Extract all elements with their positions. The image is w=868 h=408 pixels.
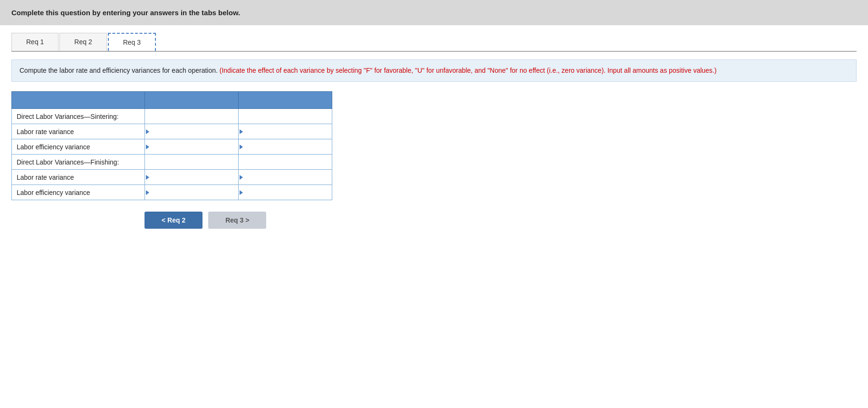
main-content: Req 1 Req 2 Req 3 Compute the labor rate…	[0, 25, 868, 236]
prev-button-label: < Req 2	[162, 216, 185, 224]
table-row: Direct Labor Variances—Finishing:	[12, 155, 332, 170]
top-banner: Complete this question by entering your …	[0, 0, 868, 25]
next-button-label: Req 3 >	[225, 216, 249, 224]
tabs-container: Req 1 Req 2 Req 3	[11, 33, 857, 52]
finishing-section-label: Direct Labor Variances—Finishing:	[12, 155, 145, 170]
table-row: Labor efficiency variance	[12, 185, 332, 200]
sintering-rate-col1-cell[interactable]	[145, 124, 239, 139]
data-table: Direct Labor Variances—Sintering: Labor …	[11, 91, 332, 200]
finishing-rate-col2-input[interactable]	[243, 173, 327, 182]
banner-text: Complete this question by entering your …	[11, 9, 240, 17]
finishing-section-col1	[145, 155, 239, 170]
instructions-main: Compute the labor rate and efficiency va…	[19, 67, 218, 74]
sintering-rate-label: Labor rate variance	[12, 124, 145, 139]
instructions-red: (Indicate the effect of each variance by…	[220, 67, 717, 74]
sintering-rate-col2-input[interactable]	[243, 127, 327, 136]
sintering-efficiency-col1-input[interactable]	[150, 142, 233, 151]
finishing-efficiency-col2-cell[interactable]	[239, 185, 332, 200]
finishing-efficiency-col1-cell[interactable]	[145, 185, 239, 200]
sintering-section-col1	[145, 109, 239, 124]
tab-req1[interactable]: Req 1	[11, 33, 58, 51]
finishing-efficiency-label: Labor efficiency variance	[12, 185, 145, 200]
col2-header	[239, 92, 332, 109]
sintering-rate-col2-cell[interactable]	[239, 124, 332, 139]
col-label-header	[12, 92, 145, 109]
next-button[interactable]: Req 3 >	[208, 212, 266, 229]
table-row: Labor rate variance	[12, 124, 332, 139]
table-row: Labor efficiency variance	[12, 139, 332, 155]
finishing-rate-label: Labor rate variance	[12, 170, 145, 185]
table-header-row	[12, 92, 332, 109]
finishing-efficiency-col2-input[interactable]	[243, 188, 327, 197]
sintering-efficiency-label: Labor efficiency variance	[12, 139, 145, 155]
sintering-rate-col1-input[interactable]	[150, 127, 233, 136]
finishing-rate-col1-input[interactable]	[150, 173, 233, 182]
finishing-efficiency-col1-input[interactable]	[150, 188, 233, 197]
sintering-efficiency-col2-input[interactable]	[243, 142, 327, 151]
sintering-efficiency-col2-cell[interactable]	[239, 139, 332, 155]
finishing-rate-col1-cell[interactable]	[145, 170, 239, 185]
tab-req2[interactable]: Req 2	[59, 33, 106, 51]
sintering-efficiency-col1-cell[interactable]	[145, 139, 239, 155]
nav-buttons: < Req 2 Req 3 >	[145, 212, 857, 229]
sintering-section-label: Direct Labor Variances—Sintering:	[12, 109, 145, 124]
finishing-rate-col2-cell[interactable]	[239, 170, 332, 185]
tab-req3[interactable]: Req 3	[108, 33, 156, 51]
table-row: Direct Labor Variances—Sintering:	[12, 109, 332, 124]
finishing-section-col2	[239, 155, 332, 170]
prev-button[interactable]: < Req 2	[145, 212, 203, 229]
table-row: Labor rate variance	[12, 170, 332, 185]
col1-header	[145, 92, 239, 109]
instructions-box: Compute the labor rate and efficiency va…	[11, 59, 857, 82]
sintering-section-col2	[239, 109, 332, 124]
